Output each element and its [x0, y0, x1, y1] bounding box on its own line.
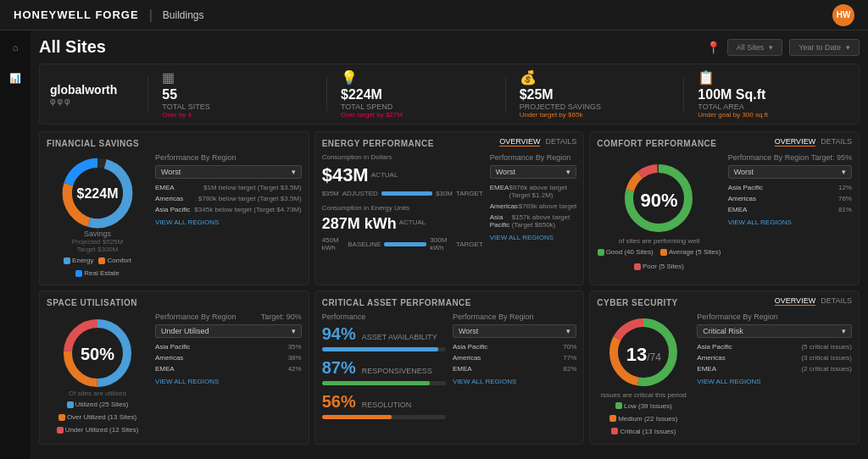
sites-icon: ▦: [162, 69, 175, 86]
comfort-region-select[interactable]: Worst▾: [728, 165, 852, 179]
space-sub: Of sites are utilised: [69, 390, 126, 397]
space-region-asiapac: Asia Pacific 35%: [155, 343, 302, 351]
financial-region-select[interactable]: Worst▾: [155, 165, 302, 179]
energy-tab-details[interactable]: DETAILS: [545, 137, 576, 147]
space-panel: SPACE UTILISATION 50% Of sites are utili…: [39, 290, 309, 445]
critical-availability-bar: [322, 347, 446, 351]
cyber-region-asiapac: Asia Pacific (5 critical issues): [697, 343, 852, 351]
space-region-title: Performance By Region Target: 90%: [155, 312, 302, 321]
space-inner: 50% Of sites are utilised Utilized (25 S…: [47, 312, 302, 436]
financial-panel: FINANCIAL SAVINGS $224M Savings Projecte…: [39, 131, 309, 285]
avatar[interactable]: HW: [832, 4, 854, 26]
header-right: HW: [832, 4, 854, 26]
financial-legend: Energy Comfort Real Estate: [47, 257, 148, 277]
energy-adjusted-tag: ADJUSTED: [342, 190, 378, 197]
comfort-region-area: Performance By Region Target: 95% Worst▾…: [728, 153, 852, 277]
savings-label: PROJECTED SAVINGS: [520, 102, 601, 111]
critical-left: Performance 94% ASSET AVAILABILITY 87% R…: [322, 312, 446, 436]
critical-right: Performance By Region Worst▾ Asia Pacifi…: [453, 312, 576, 436]
comfort-tab-overview[interactable]: OVERVIEW: [775, 137, 815, 147]
savings-value: $25M: [520, 87, 554, 102]
savings-sub: Under target by $65k: [520, 111, 583, 119]
critical-region-emea: EMEA 82%: [453, 365, 576, 373]
space-legend-under: Under Utilized (12 Sites): [57, 426, 139, 434]
sidebar: ⌂ 📊: [0, 30, 31, 459]
brand-name: HONEYWELL FORGE: [14, 8, 139, 21]
financial-donut-sub2: Target $300M: [77, 246, 119, 253]
critical-panel: CRITICAL ASSET PERFORMANCE Performance 9…: [314, 290, 585, 445]
critical-responsiveness-bar: [322, 381, 446, 385]
cyber-region-title: Performance By Region: [697, 312, 852, 321]
summary-divider-4: [683, 77, 684, 111]
financial-region-title: Performance By Region: [155, 153, 302, 162]
financial-region-emea: EMEA $1M below target (Target $3.5M): [155, 184, 302, 191]
financial-donut-label: Savings: [84, 230, 111, 238]
space-legend-utilized: Utilized (25 Sites): [67, 401, 129, 408]
space-view-all[interactable]: VIEW ALL REGIONS: [155, 378, 302, 385]
comfort-donut-area: 90% of sites are performing well Good (4…: [597, 153, 721, 277]
critical-responsiveness-fill: [322, 381, 430, 385]
cyber-issues-label: Issues are critical this period: [601, 391, 687, 399]
sites-label: TOTAL SITES: [162, 102, 209, 111]
critical-view-all[interactable]: VIEW ALL REGIONS: [453, 378, 576, 385]
comfort-region-emea: EMEA 81%: [728, 206, 852, 213]
energy-tab-overview[interactable]: OVERVIEW: [499, 137, 540, 147]
period-dropdown[interactable]: Year to Date ▾: [789, 39, 860, 56]
sites-dropdown[interactable]: All Sites ▾: [727, 39, 783, 56]
savings-icon: 💰: [520, 69, 537, 86]
critical-title: CRITICAL ASSET PERFORMANCE: [322, 298, 577, 307]
energy-unit-label: Consumption in Energy Units: [322, 204, 483, 212]
summary-metric-area: 📋 100M Sq.ft TOTAL AREA Under goal by 30…: [698, 69, 849, 119]
space-legend-over: Over Utilized (13 Sites): [58, 413, 136, 421]
energy-region-asiapac: Asia Pacific $157k above target (Target …: [490, 213, 577, 229]
energy-region-select[interactable]: Worst▾: [490, 165, 577, 179]
area-label: TOTAL AREA: [698, 102, 743, 111]
critical-region-select[interactable]: Worst▾: [453, 324, 576, 338]
cyber-tab-details[interactable]: DETAILS: [821, 296, 852, 306]
space-region-emea: EMEA 42%: [155, 365, 302, 373]
cyber-tab-overview[interactable]: OVERVIEW: [775, 296, 815, 306]
critical-resolution-bar: [322, 415, 446, 419]
financial-view-all[interactable]: VIEW ALL REGIONS: [155, 218, 302, 226]
summary-metric-savings: 💰 $25M PROJECTED SAVINGS Under target by…: [520, 69, 670, 119]
critical-resolution-pct: 56%: [322, 392, 356, 411]
energy-left: Consumption in Dollars $43M ACTUAL $35M …: [322, 153, 483, 277]
critical-region-title: Performance By Region: [453, 312, 576, 321]
cyber-region-area: Performance By Region Critical Risk▾ Asi…: [697, 312, 852, 436]
sidebar-chart-icon[interactable]: 📊: [5, 68, 25, 88]
header-divider: |: [149, 8, 153, 23]
comfort-region-americas: Americas 76%: [728, 195, 852, 202]
energy-kwh-baseline-label: BASELINE: [348, 241, 381, 248]
comfort-view-all[interactable]: VIEW ALL REGIONS: [728, 218, 852, 226]
space-region-select[interactable]: Under Utilised▾: [155, 324, 302, 338]
comfort-legend: Good (40 Sites) Average (5 Sites) Poor (…: [597, 248, 721, 270]
summary-metric-spend: 💡 $224M TOTAL SPEND Over target by $27M: [341, 69, 492, 119]
space-region-americas: Americas 38%: [155, 354, 302, 362]
energy-view-all[interactable]: VIEW ALL REGIONS: [490, 234, 577, 241]
energy-bar-adjusted-label: $35M: [322, 190, 339, 197]
cyber-donut-area: 13/74 Issues are critical this period Lo…: [597, 312, 690, 436]
critical-region-americas: Americas 77%: [453, 354, 576, 362]
cyber-view-all[interactable]: VIEW ALL REGIONS: [697, 378, 852, 385]
cyber-panel: CYBER SECURITY OVERVIEW DETAILS 13/74: [589, 290, 860, 445]
cyber-inner: 13/74 Issues are critical this period Lo…: [597, 312, 852, 436]
space-donut-area: 50% Of sites are utilised Utilized (25 S…: [47, 312, 148, 436]
header-section: Buildings: [163, 9, 204, 21]
page-title-row: All Sites 📍 All Sites ▾ Year to Date ▾: [39, 37, 860, 57]
critical-inner: Performance 94% ASSET AVAILABILITY 87% R…: [322, 312, 577, 436]
comfort-legend-avg: Average (5 Sites): [660, 248, 721, 256]
financial-donut-sub1: Projected $525M: [72, 238, 123, 246]
comfort-tab-details[interactable]: DETAILS: [821, 137, 852, 147]
spend-icon: 💡: [341, 69, 358, 86]
dashboard-grid: FINANCIAL SAVINGS $224M Savings Projecte…: [39, 131, 860, 445]
energy-kwh-baseline: 450M kWh: [322, 236, 345, 252]
critical-resolution-label: RESOLUTION: [362, 401, 412, 409]
financial-region-area: Performance By Region Worst▾ EMEA $1M be…: [155, 153, 302, 277]
cyber-tabs: OVERVIEW DETAILS: [775, 296, 852, 306]
cyber-region-select[interactable]: Critical Risk▾: [697, 324, 852, 338]
sidebar-home-icon[interactable]: ⌂: [5, 37, 25, 58]
space-legend: Utilized (25 Sites) Over Utilized (13 Si…: [47, 401, 148, 434]
main-content: All Sites 📍 All Sites ▾ Year to Date ▾ g…: [31, 30, 868, 448]
title-controls: 📍 All Sites ▾ Year to Date ▾: [706, 39, 860, 56]
comfort-region-asiapac: Asia Pacific 12%: [728, 184, 852, 191]
